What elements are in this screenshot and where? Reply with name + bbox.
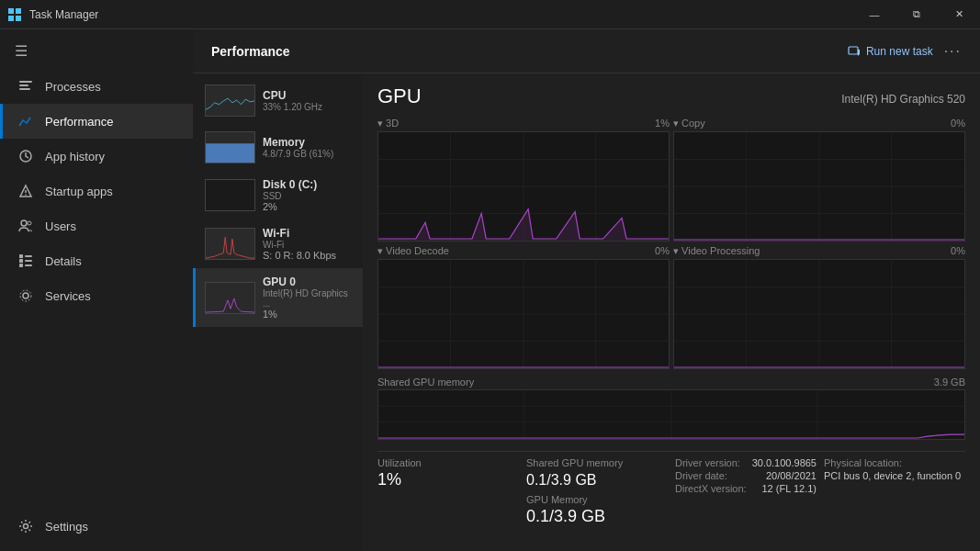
performance-icon (17, 113, 34, 129)
graph-vp-labels: ▾ Video Processing 0% (673, 245, 965, 257)
utilization-value: 1% (377, 470, 519, 489)
physical-row: Physical location: (824, 457, 965, 468)
close-button[interactable]: ✕ (938, 0, 980, 29)
page-title: Performance (211, 44, 290, 59)
device-item-wifi[interactable]: Wi-Fi Wi-Fi S: 0 R: 8.0 Kbps (193, 219, 363, 268)
graph-video-processing: ▾ Video Processing 0% (673, 245, 965, 369)
svg-rect-23 (206, 143, 254, 163)
sidebar-item-processes[interactable]: Processes (0, 69, 193, 104)
device-item-cpu[interactable]: CPU 33% 1.20 GHz (193, 77, 363, 124)
graph-vd-pct: 0% (655, 245, 670, 257)
svg-point-21 (24, 524, 28, 529)
utilization-label: Utilization (377, 457, 519, 468)
stat-physical-info: Physical location: PCI bus 0, device 2, … (824, 457, 965, 526)
gpu-info: GPU 0 Intel(R) HD Graphics ... 1% (263, 276, 354, 320)
settings-icon (17, 518, 34, 534)
run-new-task-button[interactable]: Run new task (848, 45, 933, 58)
directx-row: DirectX version: 12 (FL 12.1) (675, 483, 817, 494)
svg-rect-5 (19, 84, 28, 86)
shared-mem-value: 0.1/3.9 GB (526, 472, 668, 489)
titlebar-left: Task Manager (7, 7, 98, 22)
app-title: Task Manager (29, 8, 98, 21)
physical-key: Physical location: (824, 457, 902, 468)
users-icon (17, 218, 34, 234)
svg-point-10 (25, 194, 27, 196)
driver-date-key: Driver date: (675, 470, 727, 481)
sidebar-label-users: Users (45, 219, 76, 233)
graph-vd-label: ▾ Video Decode (377, 245, 449, 257)
svg-rect-18 (25, 264, 32, 266)
sidebar-item-app-history[interactable]: App history (0, 139, 193, 174)
memory-name: Memory (263, 136, 333, 149)
shared-gpu-graph (377, 389, 965, 440)
svg-rect-16 (25, 255, 32, 257)
physical-val-row: PCI bus 0, device 2, function 0 (824, 470, 965, 481)
detail-title: GPU (377, 84, 422, 108)
minimize-button[interactable]: — (853, 0, 896, 29)
sidebar-item-users[interactable]: Users (0, 208, 193, 243)
device-item-gpu[interactable]: GPU 0 Intel(R) HD Graphics ... 1% (193, 268, 363, 327)
titlebar: Task Manager — ⧉ ✕ (0, 0, 980, 29)
svg-rect-6 (19, 88, 30, 90)
svg-rect-13 (19, 254, 23, 258)
more-button[interactable]: ··· (944, 43, 962, 60)
sidebar: ☰ Processes Performance (0, 29, 193, 551)
driver-version-key: Driver version: (675, 457, 740, 468)
graph-video-decode: ▾ Video Decode 0% (377, 245, 670, 369)
graph-vd-labels: ▾ Video Decode 0% (377, 245, 670, 257)
svg-point-11 (21, 220, 27, 226)
sidebar-item-settings[interactable]: Settings (0, 509, 193, 544)
cpu-thumbnail (205, 84, 255, 117)
directx-key: DirectX version: (675, 483, 747, 494)
gpu-sub: Intel(R) HD Graphics ... (263, 288, 354, 309)
svg-rect-0 (8, 8, 14, 14)
detail-header: GPU Intel(R) HD Graphics 520 (377, 84, 965, 108)
detail-subtitle: Intel(R) HD Graphics 520 (841, 93, 965, 106)
services-icon (17, 287, 34, 304)
device-item-disk[interactable]: Disk 0 (C:) SSD 2% (193, 171, 363, 219)
disk-sub: SSD (263, 191, 317, 201)
sidebar-item-details[interactable]: Details (0, 243, 193, 278)
graph-vp-label: ▾ Video Processing (673, 245, 760, 257)
performance-body: CPU 33% 1.20 GHz Memory 4.8/7.9 GB (61%) (193, 73, 980, 551)
graph-3d-label: ▾ 3D (377, 118, 399, 129)
restore-button[interactable]: ⧉ (896, 0, 938, 29)
sidebar-item-performance[interactable]: Performance (0, 104, 193, 139)
wifi-name: Wi-Fi (263, 227, 336, 240)
memory-info: Memory 4.8/7.9 GB (61%) (263, 136, 333, 159)
sidebar-label-services: Services (45, 289, 91, 303)
svg-rect-17 (25, 260, 32, 262)
run-task-icon (848, 45, 861, 58)
sidebar-label-startup-apps: Startup apps (45, 185, 113, 198)
graph-3d-labels: ▾ 3D 1% (377, 118, 670, 129)
window-controls: — ⧉ ✕ (853, 0, 980, 29)
app-body: ☰ Processes Performance (0, 29, 980, 551)
processes-icon (17, 78, 34, 95)
graph-3d: ▾ 3D 1% (377, 118, 670, 242)
shared-gpu-val: 3.9 GB (934, 377, 965, 388)
gpu-val: 1% (263, 309, 354, 320)
svg-rect-14 (19, 259, 23, 263)
sidebar-item-startup-apps[interactable]: Startup apps (0, 174, 193, 208)
svg-point-12 (28, 221, 31, 225)
svg-rect-1 (16, 8, 21, 14)
wifi-thumbnail (205, 228, 255, 260)
graph-copy-pct: 0% (951, 118, 965, 129)
sidebar-label-performance: Performance (45, 115, 113, 129)
cpu-info: CPU 33% 1.20 GHz (263, 89, 322, 112)
sidebar-item-services[interactable]: Services (0, 278, 193, 313)
startup-icon (17, 183, 34, 199)
graph-copy-labels: ▾ Copy 0% (673, 118, 965, 129)
disk-info: Disk 0 (C:) SSD 2% (263, 178, 317, 212)
device-item-memory[interactable]: Memory 4.8/7.9 GB (61%) (193, 124, 363, 171)
cpu-name: CPU (263, 89, 322, 102)
detail-panel: GPU Intel(R) HD Graphics 520 ▾ 3D 1% (363, 73, 980, 551)
driver-date-row: Driver date: 20/08/2021 (675, 470, 817, 481)
sidebar-hamburger[interactable]: ☰ (0, 33, 193, 69)
svg-rect-4 (19, 81, 32, 83)
sidebar-label-app-history: App history (45, 150, 105, 163)
graph-3d-pct: 1% (655, 118, 670, 129)
details-icon (17, 253, 34, 269)
disk-val: 2% (263, 201, 317, 212)
gpu-name: GPU 0 (263, 276, 354, 288)
